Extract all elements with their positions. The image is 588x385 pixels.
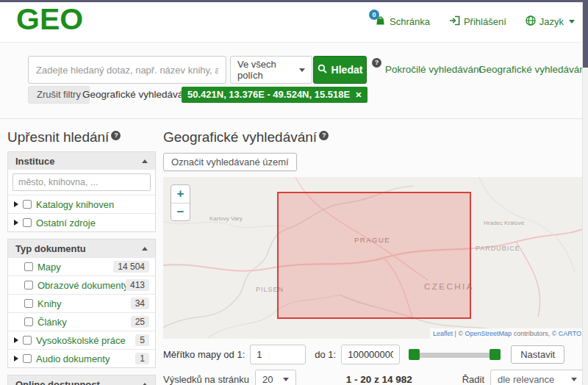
set-scale-button[interactable]: Nastavit — [511, 345, 564, 364]
geographic-filter-value: 50.421N, 13.376E - 49.524N, 15.518E — [187, 87, 350, 103]
collapse-icon — [142, 247, 148, 251]
selected-area-rectangle — [277, 192, 471, 319]
advanced-search-link[interactable]: Pokročilé vyhledávání — [385, 64, 481, 75]
per-page-select[interactable]: 20 — [255, 370, 296, 385]
per-page-label: Výsledků na stránku — [163, 374, 249, 385]
sidebar-title-text: Upřesnit hledání — [7, 129, 109, 145]
map-canvas[interactable]: Karlovy Vary PRAGUE Hradec Králové PARDU… — [163, 177, 584, 339]
clipboard-count-badge: 0 — [369, 10, 379, 20]
expand-triangle-icon[interactable] — [14, 356, 18, 361]
facet-count-badge: 25 — [131, 316, 149, 328]
geographic-search-title-text: Geografické vyhledávání — [163, 129, 317, 145]
remove-filter-icon[interactable]: ✕ — [355, 87, 362, 103]
map-label-hradec-kralove: Hradec Králové — [484, 220, 524, 226]
facet-item-books[interactable]: Knihy 34 — [8, 294, 155, 312]
geographic-search-help-icon[interactable]: ? — [319, 131, 329, 140]
expand-triangle-icon[interactable] — [14, 201, 18, 207]
facet-count-badge: 5 — [135, 334, 149, 346]
scale-to-input[interactable] — [341, 345, 400, 364]
search-help-icon[interactable]: ? — [372, 58, 381, 68]
checkbox[interactable] — [24, 317, 33, 326]
refine-sidebar: Upřesnit hledání ? Instituce Katalogy kn… — [7, 129, 156, 385]
geographic-filter-tag[interactable]: 50.421N, 13.376E - 49.524N, 15.518E ✕ — [182, 87, 368, 103]
geographic-filter-label: Geografické vyhledávání: — [82, 89, 194, 100]
contributors-text: contributors, — [514, 330, 551, 337]
clear-filters-button[interactable]: Zrušit filtry — [28, 86, 90, 104]
leaflet-link[interactable]: Leaflet — [433, 330, 453, 337]
top-navigation: 0 Schránka Přihlášení Jazyk — [375, 15, 575, 28]
facet-item-theses[interactable]: Vysokoškolské práce 5 — [8, 331, 155, 349]
login-menu-item[interactable]: Přihlášení — [449, 15, 506, 28]
facet-panel-title: Online dostupnost — [15, 379, 100, 385]
facet-label[interactable]: Články — [37, 317, 131, 328]
globe-icon — [526, 15, 536, 28]
facet-count-badge: 34 — [131, 298, 149, 309]
facet-panel-institutions: Instituce Katalogy knihoven Ostatní zdro… — [7, 151, 156, 232]
checkbox[interactable] — [23, 336, 32, 345]
search-input[interactable] — [28, 56, 226, 84]
checkbox[interactable] — [23, 354, 32, 363]
vertical-scrollbar-thumb[interactable] — [583, 0, 588, 68]
checkbox[interactable] — [23, 218, 32, 227]
expand-triangle-icon[interactable] — [14, 337, 18, 343]
mark-search-area-button[interactable]: Označit vyhledávané území — [163, 153, 297, 171]
slider-handle-min[interactable] — [409, 349, 420, 360]
facet-label[interactable]: Knihy — [37, 298, 131, 309]
sidebar-help-icon[interactable]: ? — [111, 131, 121, 140]
main-content: Geografické vyhledávání ? Označit vyhled… — [163, 129, 584, 385]
checkbox[interactable] — [24, 281, 33, 289]
checkbox[interactable] — [24, 262, 33, 271]
section-divider — [0, 118, 582, 119]
zoom-in-button[interactable]: + — [171, 185, 190, 203]
geo-logo[interactable]: GEO — [16, 2, 83, 37]
scale-from-label: Měřítko mapy od 1: — [163, 349, 245, 360]
map-scale-row: Měřítko mapy od 1: do 1: Nastavit — [163, 345, 584, 364]
map-attribution: Leaflet | © OpenStreetMap contributors, … — [430, 328, 584, 339]
expand-triangle-icon[interactable] — [14, 220, 18, 226]
facet-item-other-sources[interactable]: Ostatní zdroje — [8, 213, 155, 231]
clipboard-menu-item[interactable]: 0 Schránka — [375, 15, 430, 28]
facet-item-maps[interactable]: Mapy 14 504 — [8, 257, 155, 276]
facet-panel-header[interactable]: Instituce — [8, 152, 155, 170]
facet-label[interactable]: Mapy — [37, 262, 113, 273]
facet-panel-header[interactable]: Typ dokumentu — [8, 240, 155, 257]
scale-from-input[interactable] — [250, 345, 306, 364]
scale-range-slider[interactable] — [409, 349, 501, 361]
search-button[interactable]: Hledat — [313, 56, 367, 84]
checkbox[interactable] — [24, 299, 33, 308]
facet-item-library-catalogs[interactable]: Katalogy knihoven — [8, 195, 155, 213]
slider-track[interactable] — [409, 353, 501, 358]
slider-handle-max[interactable] — [490, 349, 501, 360]
openstreetmap-link[interactable]: OpenStreetMap — [465, 330, 512, 337]
facet-panel-online-availability: Online dostupnost — [7, 375, 156, 385]
chevron-down-icon — [569, 20, 575, 24]
facet-panel-header[interactable]: Online dostupnost — [8, 375, 155, 385]
collapse-icon — [142, 383, 148, 385]
vertical-scrollbar-track[interactable] — [582, 0, 588, 385]
facet-item-audio-documents[interactable]: Audio dokumenty 1 — [8, 349, 155, 367]
language-menu-item[interactable]: Jazyk — [526, 15, 575, 28]
facet-item-articles[interactable]: Články 25 — [8, 312, 155, 331]
facet-label[interactable]: Katalogy knihoven — [36, 199, 149, 210]
header: GEO 0 Schránka Přihlášení Jazyk — [0, 2, 582, 43]
facet-label[interactable]: Audio dokumenty — [36, 353, 135, 364]
zoom-out-button[interactable]: − — [171, 203, 190, 220]
checkbox[interactable] — [23, 200, 32, 209]
geographic-search-link[interactable]: Geografické vyhledávání — [478, 64, 588, 75]
chevron-down-icon — [571, 378, 577, 381]
sort-select[interactable]: dle relevance — [490, 370, 584, 385]
facet-item-image-documents[interactable]: Obrazové dokumenty 413 — [8, 276, 155, 294]
facet-label[interactable]: Vysokoškolské práce — [36, 335, 135, 346]
facet-label[interactable]: Obrazové dokumenty — [37, 280, 126, 291]
facet-panel-title: Instituce — [15, 156, 54, 167]
sidebar-title: Upřesnit hledání ? — [7, 129, 156, 145]
search-icon — [318, 64, 327, 76]
sort-label: Řadit — [462, 374, 484, 385]
sort-value: dle relevance — [498, 374, 554, 385]
search-field-select[interactable]: Ve všech polích — [230, 56, 312, 84]
per-page-value: 20 — [262, 374, 273, 385]
institution-search-input[interactable] — [12, 173, 151, 191]
map-label-karlovy-vary: Karlovy Vary — [209, 215, 243, 222]
facet-label[interactable]: Ostatní zdroje — [36, 217, 149, 229]
carto-link[interactable]: © CARTO — [552, 330, 581, 337]
